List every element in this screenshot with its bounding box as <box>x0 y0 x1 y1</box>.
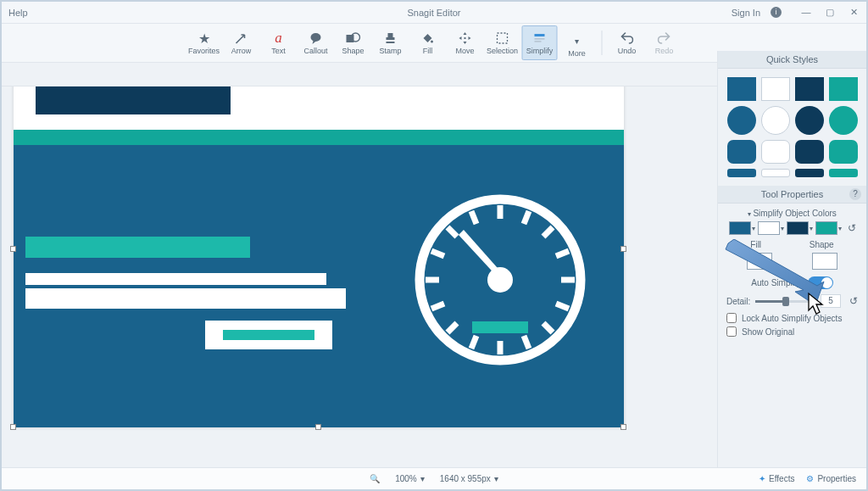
tool-shape[interactable]: Shape <box>336 25 371 60</box>
reset-detail-icon[interactable]: ↺ <box>849 295 858 307</box>
style-bar-teal[interactable] <box>829 169 858 177</box>
style-rounded-white[interactable] <box>761 140 790 164</box>
auto-simplify-label: Auto Simplify <box>751 278 800 287</box>
style-circle-blue[interactable] <box>727 106 756 135</box>
svg-rect-7 <box>535 41 542 42</box>
minimize-button[interactable]: — <box>800 7 812 18</box>
selection-handle[interactable] <box>10 246 16 252</box>
detail-slider[interactable] <box>755 300 815 303</box>
color-swatch-teal[interactable] <box>815 221 837 235</box>
style-rounded-teal[interactable] <box>829 140 858 164</box>
search-icon[interactable]: 🔍 <box>370 474 380 483</box>
fill-icon <box>421 31 435 46</box>
object-colors-label: Simplify Object Colors <box>753 209 836 218</box>
tool-simplify[interactable]: Simplify <box>522 25 558 60</box>
canvas-size[interactable]: 1640 x 955px ▾ <box>440 474 498 483</box>
canvas-workspace[interactable] <box>2 86 717 467</box>
show-original-checkbox[interactable] <box>726 326 737 337</box>
svg-line-22 <box>556 304 569 309</box>
help-menu[interactable]: Help <box>8 8 28 18</box>
wand-icon: ✦ <box>759 474 765 483</box>
lock-checkbox-row[interactable]: Lock Auto Simplify Objects <box>726 313 858 323</box>
obj-rect-button[interactable] <box>205 321 332 349</box>
obj-rect-teal-stripe[interactable] <box>14 130 624 145</box>
tool-move[interactable]: Move <box>448 25 483 60</box>
style-square-white[interactable] <box>761 77 790 101</box>
title-bar: Help Snagit Editor Sign In i — ▢ ✕ <box>2 2 866 24</box>
info-icon[interactable]: i <box>771 7 782 18</box>
undo-button[interactable]: Undo <box>609 25 645 60</box>
canvas[interactable] <box>14 86 624 427</box>
detail-value[interactable]: 5 <box>821 294 841 308</box>
fill-picker[interactable] <box>747 253 772 270</box>
redo-button[interactable]: Redo <box>647 25 682 60</box>
sign-in-link[interactable]: Sign In <box>732 8 760 18</box>
color-swatch-white[interactable] <box>758 221 780 235</box>
style-bar-navy[interactable] <box>795 169 824 177</box>
tool-fill[interactable]: Fill <box>410 25 446 60</box>
obj-gauge-icon[interactable] <box>410 190 590 370</box>
style-rounded-navy[interactable] <box>795 140 824 164</box>
style-square-navy[interactable] <box>795 77 824 101</box>
move-icon <box>459 31 472 46</box>
auto-simplify-toggle[interactable] <box>808 276 833 289</box>
tool-arrow[interactable]: Arrow <box>224 25 259 60</box>
redo-icon <box>658 31 671 46</box>
selection-handle[interactable] <box>620 424 626 430</box>
tool-text[interactable]: aText <box>261 25 297 60</box>
shape-label: Shape <box>810 240 834 249</box>
tool-stamp[interactable]: Stamp <box>373 25 409 60</box>
svg-line-17 <box>471 211 476 224</box>
svg-point-3 <box>431 41 433 43</box>
color-swatch-navy[interactable] <box>787 221 809 235</box>
undo-icon <box>620 31 634 46</box>
effects-button[interactable]: ✦Effects <box>759 474 794 483</box>
obj-rect-navy[interactable] <box>36 86 231 114</box>
style-circle-teal[interactable] <box>829 106 858 135</box>
tool-more[interactable]: ▾More <box>559 25 595 60</box>
quick-styles-grid <box>718 69 866 186</box>
obj-rect-button-inner <box>223 330 314 340</box>
toolbar-separator <box>602 31 603 55</box>
shape-picker[interactable] <box>812 253 837 270</box>
chevron-down-icon[interactable]: ▾ <box>752 225 755 232</box>
color-swatch-blue[interactable] <box>729 221 751 235</box>
style-bar-blue[interactable] <box>727 169 756 177</box>
svg-rect-27 <box>472 321 528 333</box>
style-square-teal[interactable] <box>829 77 858 101</box>
tool-favorites[interactable]: ★Favorites <box>186 25 222 60</box>
svg-rect-6 <box>535 38 545 40</box>
tool-callout[interactable]: Callout <box>298 25 334 60</box>
chevron-down-icon[interactable]: ▾ <box>781 225 784 232</box>
chevron-down-icon: ▾ <box>575 33 579 48</box>
style-rounded-blue[interactable] <box>727 140 756 164</box>
selection-handle[interactable] <box>315 424 321 430</box>
status-bar: 🔍 100% ▾ 1640 x 955px ▾ ✦Effects ⚙Proper… <box>2 467 866 489</box>
star-icon: ★ <box>198 31 210 46</box>
svg-line-18 <box>524 211 529 224</box>
canvas-selection[interactable] <box>14 86 624 467</box>
style-bar-white[interactable] <box>761 169 790 177</box>
obj-rect-white-line-2[interactable] <box>25 288 346 309</box>
lock-checkbox[interactable] <box>726 313 737 323</box>
reset-colors-icon[interactable]: ↺ <box>848 222 856 234</box>
style-circle-navy[interactable] <box>795 106 824 135</box>
close-button[interactable]: ✕ <box>848 7 860 18</box>
obj-rect-white-line-1[interactable] <box>25 273 326 285</box>
selection-handle[interactable] <box>10 424 16 430</box>
chevron-down-icon[interactable]: ▾ <box>810 225 813 232</box>
help-icon[interactable]: ? <box>849 188 861 200</box>
svg-line-13 <box>448 227 457 237</box>
show-original-checkbox-row[interactable]: Show Original <box>726 326 858 337</box>
stamp-icon <box>384 31 398 46</box>
style-circle-white[interactable] <box>761 106 790 135</box>
maximize-button[interactable]: ▢ <box>824 7 836 18</box>
zoom-level[interactable]: 100% ▾ <box>395 474 425 483</box>
obj-rect-teal-heading[interactable] <box>25 237 250 258</box>
selection-handle[interactable] <box>620 246 626 252</box>
tool-selection[interactable]: Selection <box>485 25 520 60</box>
style-square-blue[interactable] <box>727 77 756 101</box>
svg-point-26 <box>487 267 513 293</box>
chevron-down-icon[interactable]: ▾ <box>838 225 842 232</box>
properties-button[interactable]: ⚙Properties <box>806 474 856 483</box>
